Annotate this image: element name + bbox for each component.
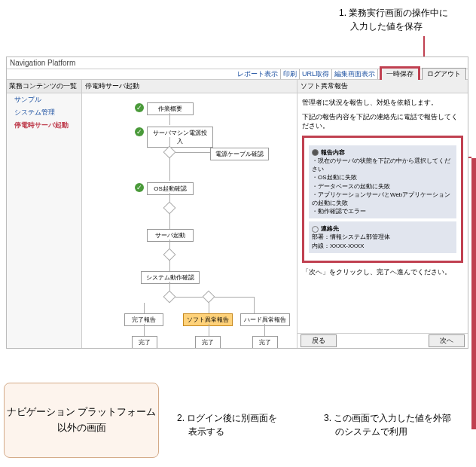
check-icon: ✓ (135, 183, 144, 192)
sidebar-item-system[interactable]: システム管理 (7, 106, 81, 119)
logout-button[interactable]: ログアウト (422, 68, 466, 81)
callout-3: 3. この画面で入力した値を外部 のシステムで利用 (324, 411, 451, 438)
sidebar: 業務コンテンツの一覧 サンプル システム管理 停電時サーバ起動 (7, 80, 82, 348)
menu-edit[interactable]: 編集画面表示 (332, 69, 378, 79)
decision-icon (163, 146, 176, 159)
flow-node[interactable]: OS起動確認 (147, 182, 194, 195)
detail-lead: 管理者に状況を報告し、対処を依頼します。 (302, 98, 463, 108)
flow-node[interactable]: サーバマシン電源投入 (147, 127, 213, 148)
highlighted-form: 報告内容 ・現在のサーバの状態を下記の中から選択してください ・OS起動に失敗 … (302, 136, 463, 263)
flow-node-active[interactable]: ソフト異常報告 (183, 313, 233, 326)
next-instruction: 「次へ」をクリックし、完了へ進んでください。 (302, 267, 463, 277)
sidebar-header: 業務コンテンツの一覧 (7, 80, 81, 93)
radio-icon[interactable] (312, 149, 319, 156)
decision-icon (163, 202, 176, 215)
flow-node[interactable]: 作業概要 (147, 102, 194, 115)
menu-url[interactable]: URL取得 (300, 69, 332, 79)
decision-icon (163, 291, 176, 304)
flow-header: 停電時サーバ起動 (82, 80, 297, 93)
radio-icon[interactable] (312, 226, 319, 233)
flow-end[interactable]: 完了 (252, 336, 278, 348)
sidebar-item-power[interactable]: 停電時サーバ起動 (7, 119, 81, 132)
menu-report[interactable]: レポート表示 (235, 69, 281, 79)
next-button[interactable]: 次へ (429, 334, 465, 347)
detail-pane: ソフト異常報告 管理者に状況を報告し、対処を依頼します。 下記の報告内容を下記の… (298, 80, 468, 348)
flow-node[interactable]: ハード異常報告 (240, 313, 290, 326)
group-title: 報告内容 (321, 149, 345, 156)
detail-lead2: 下記の報告内容を下記の連絡先に電話で報告してください。 (302, 112, 463, 131)
back-button[interactable]: 戻る (301, 334, 337, 347)
check-icon: ✓ (135, 127, 144, 136)
contact-group[interactable]: 連絡先 部署：情報システム部管理体 内線：XXXX-XXXX (309, 221, 456, 253)
decision-icon (163, 249, 176, 261)
group-title: 連絡先 (321, 225, 339, 232)
check-icon: ✓ (135, 103, 144, 112)
report-group[interactable]: 報告内容 ・現在のサーバの状態を下記の中から選択してください ・OS起動に失敗 … (309, 145, 456, 219)
decision-icon (203, 291, 215, 304)
flow-node[interactable]: サーバ起動 (147, 229, 194, 242)
flow-pane: 停電時サーバ起動 ✓ 作業概要 ✓ サーバマシン電源投入 電源ケーブル確認 ✓ … (82, 80, 298, 348)
flow-node[interactable]: システム動作確認 (141, 271, 200, 284)
menu-print[interactable]: 印刷 (281, 69, 300, 79)
flow-node[interactable]: 電源ケーブル確認 (210, 148, 269, 160)
flow-end[interactable]: 完了 (195, 336, 221, 348)
detail-header: ソフト異常報告 (298, 80, 468, 93)
callout-1: 1. 業務実行画面の操作中に 入力した値を保存 (339, 6, 448, 33)
callout-2: 2. ログイン後に別画面を 表示する (177, 411, 277, 438)
sidebar-item-sample[interactable]: サンプル (7, 93, 81, 106)
external-screen-box: ナビゲーション プラットフォーム以外の画面 (4, 383, 159, 458)
flow-end[interactable]: 完了 (132, 336, 157, 348)
callout-line (423, 36, 425, 57)
callout-line (471, 158, 476, 429)
app-window: Navigation Platform レポート表示 印刷 URL取得 編集画面… (6, 56, 468, 349)
menubar: レポート表示 印刷 URL取得 編集画面表示 一時保存 ログアウト (7, 69, 468, 80)
